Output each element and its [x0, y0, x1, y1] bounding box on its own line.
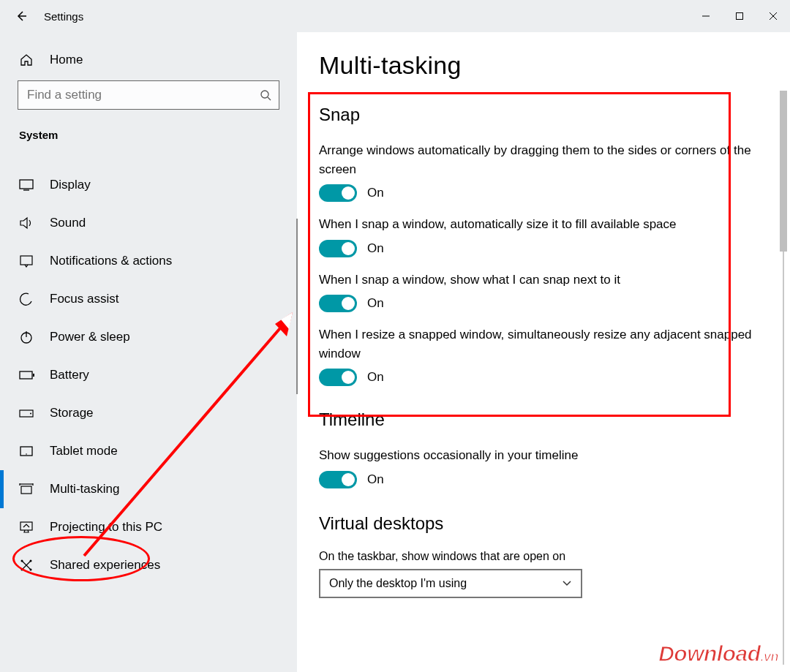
svg-rect-12: [20, 371, 32, 379]
projecting-icon: [19, 521, 35, 534]
nav-storage[interactable]: Storage: [18, 394, 279, 432]
svg-rect-2: [737, 13, 743, 20]
svg-rect-13: [33, 374, 34, 377]
nav-shared-experiences[interactable]: Shared experiences: [18, 546, 279, 584]
search-input-wrapper[interactable]: [18, 80, 279, 110]
select-value: Only the desktop I'm using: [329, 577, 467, 590]
timeline-toggle-state: On: [367, 472, 384, 487]
multitasking-icon: [19, 483, 35, 496]
shared-icon: [19, 558, 35, 573]
snap-toggle-2-state: On: [367, 241, 384, 256]
watermark-tld: .vn: [760, 649, 778, 664]
snap-toggle-3[interactable]: [319, 295, 357, 312]
watermark: Download.vn: [658, 641, 778, 666]
timeline-heading: Timeline: [319, 409, 759, 430]
snap-setting-2-desc: When I snap a window, automatically size…: [319, 215, 759, 234]
window-title: Settings: [44, 10, 83, 23]
nav-list: Display Sound Notifications & actions Fo…: [18, 166, 279, 584]
watermark-brand: Download: [658, 641, 760, 665]
virtual-desktops-heading: Virtual desktops: [319, 513, 759, 534]
minimize-button[interactable]: [689, 5, 723, 27]
snap-toggle-4-state: On: [367, 370, 384, 385]
svg-line-6: [268, 97, 271, 100]
page-title: Multi-tasking: [319, 51, 759, 80]
snap-toggle-2[interactable]: [319, 240, 357, 257]
virtual-desktops-desc: On the taskbar, show windows that are op…: [319, 550, 759, 563]
svg-rect-7: [20, 180, 33, 189]
back-button[interactable]: [15, 10, 44, 23]
nav-label: Power & sleep: [50, 330, 130, 344]
home-nav[interactable]: Home: [18, 47, 279, 80]
sound-icon: [19, 216, 35, 230]
nav-label: Battery: [50, 368, 89, 382]
power-icon: [19, 330, 35, 344]
nav-label: Display: [50, 178, 91, 192]
nav-sound[interactable]: Sound: [18, 204, 279, 242]
svg-point-24: [21, 569, 23, 571]
nav-label: Notifications & actions: [50, 254, 172, 268]
titlebar: Settings: [0, 0, 790, 32]
nav-battery[interactable]: Battery: [18, 356, 279, 394]
timeline-toggle[interactable]: [319, 471, 357, 488]
nav-label: Tablet mode: [50, 444, 118, 458]
nav-label: Projecting to this PC: [50, 520, 162, 535]
svg-point-17: [26, 453, 27, 455]
tablet-icon: [19, 445, 35, 457]
nav-notifications[interactable]: Notifications & actions: [18, 242, 279, 280]
nav-multitasking[interactable]: Multi-tasking: [18, 470, 279, 508]
virtual-desktops-select[interactable]: Only the desktop I'm using: [319, 569, 582, 598]
sidebar: Home System Display Sound Notifications …: [0, 32, 297, 672]
nav-power-sleep[interactable]: Power & sleep: [18, 318, 279, 356]
svg-rect-9: [20, 256, 32, 265]
notifications-icon: [19, 254, 35, 268]
snap-toggle-4[interactable]: [319, 369, 357, 386]
snap-heading: Snap: [319, 105, 759, 125]
nav-focus-assist[interactable]: Focus assist: [18, 280, 279, 318]
timeline-setting-desc: Show suggestions occasionally in your ti…: [319, 446, 759, 465]
snap-toggle-1-state: On: [367, 186, 384, 200]
snap-toggle-3-state: On: [367, 296, 384, 311]
nav-label: Shared experiences: [50, 558, 160, 573]
battery-icon: [19, 370, 35, 380]
nav-label: Sound: [50, 216, 86, 230]
svg-rect-18: [21, 486, 31, 494]
svg-point-15: [30, 413, 31, 415]
home-icon: [19, 53, 35, 67]
svg-point-23: [21, 560, 23, 562]
snap-setting-1-desc: Arrange windows automatically by draggin…: [319, 141, 759, 178]
chevron-down-icon: [562, 580, 572, 587]
focus-assist-icon: [19, 292, 35, 306]
search-input[interactable]: [26, 87, 260, 103]
nav-projecting[interactable]: Projecting to this PC: [18, 508, 279, 546]
snap-toggle-1[interactable]: [319, 184, 357, 202]
svg-point-26: [30, 569, 32, 571]
svg-rect-22: [20, 522, 32, 530]
snap-setting-3-desc: When I snap a window, show what I can sn…: [319, 271, 759, 290]
search-icon: [260, 89, 271, 101]
storage-icon: [19, 407, 35, 419]
content-area: Multi-tasking Snap Arrange windows autom…: [297, 32, 790, 672]
nav-display[interactable]: Display: [18, 166, 279, 204]
nav-label: Storage: [50, 406, 94, 420]
close-button[interactable]: [756, 5, 790, 27]
maximize-button[interactable]: [723, 5, 756, 27]
nav-tablet-mode[interactable]: Tablet mode: [18, 432, 279, 470]
svg-point-25: [30, 560, 32, 562]
nav-label: Multi-tasking: [50, 482, 119, 497]
section-label: System: [18, 129, 279, 141]
nav-label: Focus assist: [50, 292, 118, 306]
display-icon: [19, 179, 35, 191]
snap-setting-4-desc: When I resize a snapped window, simultan…: [319, 325, 759, 363]
content-scroll-thumb[interactable]: [780, 91, 787, 252]
svg-point-5: [261, 91, 268, 98]
home-label: Home: [50, 53, 83, 67]
